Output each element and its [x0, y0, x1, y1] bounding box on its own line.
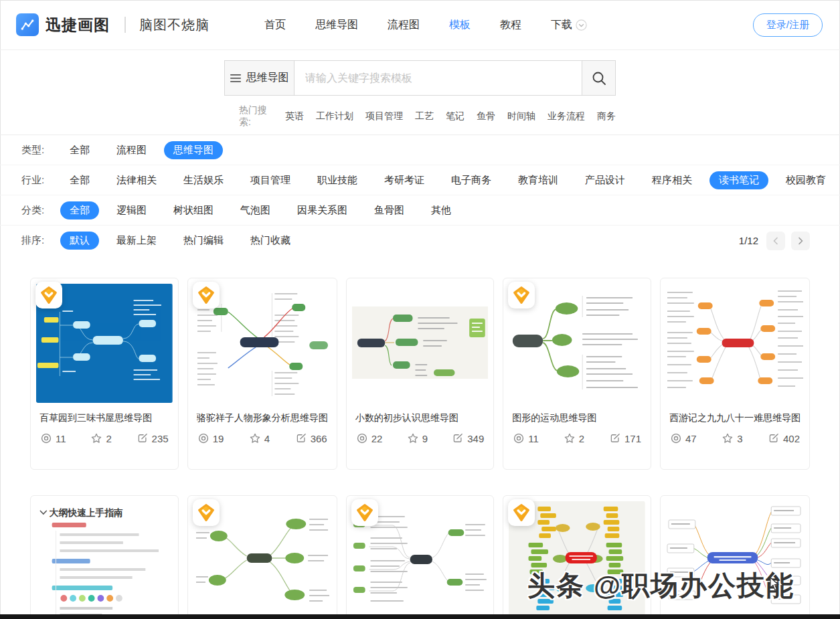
search-category-selector[interactable]: 思维导图 [225, 61, 295, 95]
nav-item[interactable]: 思维导图 [315, 18, 358, 32]
stars-count: 4 [264, 433, 270, 444]
filter-option[interactable]: 流程图 [116, 144, 147, 157]
hot-search-item[interactable]: 商务 [597, 110, 616, 122]
filter-option[interactable]: 默认 [60, 232, 99, 250]
hamburger-icon [230, 74, 241, 83]
hot-search-item[interactable]: 鱼骨 [477, 110, 495, 122]
template-card[interactable]: 骆驼祥子人物形象分析思维导图 19 4 366 [187, 278, 337, 470]
filter-row: 行业: 全部法律相关生活娱乐项目管理职业技能考研考证电子商务教育培训产品设计程序… [0, 165, 840, 195]
nav-item[interactable]: 教程 [500, 18, 521, 32]
views-stat: 22 [356, 432, 383, 444]
template-title[interactable]: 西游记之九九八十一难思维导图 [661, 403, 809, 424]
hot-search-item[interactable]: 时间轴 [507, 110, 535, 122]
template-card[interactable]: 图形的运动思维导图 11 2 171 [503, 278, 651, 470]
nav-item[interactable]: 下载 [551, 18, 587, 32]
logo-chart-icon [16, 13, 39, 36]
filter-option[interactable]: 校园教育 [786, 174, 826, 187]
star-icon [249, 432, 261, 444]
template-card[interactable] [346, 495, 495, 619]
hot-search-item[interactable]: 工艺 [415, 110, 434, 122]
edit-icon [609, 432, 621, 444]
vip-gem-icon [512, 286, 531, 304]
template-stats: 47 3 402 [661, 424, 809, 444]
filter-option[interactable]: 全部 [70, 144, 90, 157]
vip-badge [351, 499, 378, 526]
hot-search-item[interactable]: 项目管理 [365, 110, 403, 122]
filter-option[interactable]: 程序相关 [652, 174, 692, 187]
hot-search-label: 热门搜索: [239, 104, 268, 128]
template-title[interactable]: 百草园到三味书屋思维导图 [31, 403, 178, 424]
views-icon [356, 432, 368, 444]
template-card[interactable]: 大纲快速上手指南 [30, 495, 179, 619]
chevron-right-icon [796, 236, 805, 246]
filter-option[interactable]: 其他 [431, 204, 451, 217]
filter-option[interactable]: 电子商务 [451, 174, 491, 187]
filter-option[interactable]: 法律相关 [116, 174, 157, 187]
next-page-button[interactable] [791, 232, 810, 250]
filter-option[interactable]: 读书笔记 [709, 171, 768, 189]
template-card[interactable]: 小数的初步认识思维导图 22 9 349 [346, 278, 495, 470]
hot-search-item[interactable]: 英语 [285, 110, 304, 122]
filter-option[interactable]: 鱼骨图 [374, 204, 404, 217]
star-icon [90, 432, 102, 444]
filter-option[interactable]: 思维导图 [164, 141, 223, 159]
nav-item[interactable]: 流程图 [388, 18, 420, 32]
filter-row-label: 类型: [21, 144, 70, 157]
template-title[interactable]: 小数的初步认识思维导图 [347, 403, 494, 424]
search-section: 思维导图 热门搜索: 英语工作计划项目管理工艺笔记鱼骨时间轴业务流程商务 [224, 60, 616, 128]
hot-search-item[interactable]: 笔记 [446, 110, 465, 122]
nav-item[interactable]: 模板 [449, 18, 471, 32]
filter-option[interactable]: 因果关系图 [297, 204, 347, 217]
views-count: 11 [528, 433, 539, 444]
template-stats: 11 2 171 [503, 424, 651, 444]
edits-stat: 235 [137, 432, 169, 444]
template-card[interactable]: 百草园到三味书屋思维导图 11 2 235 [30, 278, 179, 470]
vip-gem-icon [512, 503, 531, 522]
stars-count: 2 [579, 433, 584, 444]
template-card[interactable] [187, 495, 337, 619]
filter-option[interactable]: 热门编辑 [183, 234, 224, 247]
filter-option[interactable]: 职业技能 [317, 174, 357, 187]
stars-count: 9 [422, 433, 428, 444]
filter-option[interactable]: 生活娱乐 [183, 174, 224, 187]
search-button[interactable] [582, 61, 615, 95]
search-category-label: 思维导图 [246, 71, 289, 85]
template-title[interactable]: 骆驼祥子人物形象分析思维导图 [188, 403, 337, 424]
edits-count: 171 [624, 433, 641, 444]
views-count: 19 [213, 433, 224, 444]
chevron-down-icon [576, 19, 587, 31]
pagination: 1/12 [739, 232, 810, 250]
filter-row: 类型: 全部流程图思维导图 [0, 135, 840, 165]
search-input[interactable] [295, 61, 582, 95]
filter-option[interactable]: 逻辑图 [116, 204, 147, 217]
filter-option[interactable]: 全部 [70, 174, 90, 187]
filter-option[interactable]: 项目管理 [250, 174, 290, 187]
login-register-button[interactable]: 登录/注册 [753, 13, 823, 37]
search-icon [591, 70, 607, 86]
views-count: 22 [371, 433, 383, 444]
filter-option[interactable]: 气泡图 [240, 204, 270, 217]
filter-option[interactable]: 全部 [60, 201, 99, 219]
template-stats: 19 4 366 [188, 424, 337, 444]
edits-stat: 171 [609, 432, 641, 444]
filter-option[interactable]: 热门收藏 [250, 234, 290, 247]
logo-divider [124, 17, 126, 33]
logo[interactable]: 迅捷画图 脑图不烧脑 [16, 13, 209, 36]
edits-stat: 349 [452, 432, 484, 444]
vip-gem-icon [355, 503, 374, 522]
filter-option[interactable]: 产品设计 [585, 174, 625, 187]
template-card[interactable]: 西游记之九九八十一难思维导图 47 3 402 [660, 278, 810, 470]
views-icon [197, 432, 209, 444]
filter-option[interactable]: 树状组图 [173, 204, 214, 217]
hot-search-item[interactable]: 业务流程 [548, 110, 585, 122]
template-thumbnail [352, 284, 489, 403]
prev-page-button[interactable] [766, 232, 785, 250]
filter-option[interactable]: 教育培训 [518, 174, 558, 187]
nav-item[interactable]: 首页 [264, 18, 286, 32]
chevron-left-icon [771, 236, 780, 246]
filter-option[interactable]: 最新上架 [116, 234, 157, 247]
hot-search-item[interactable]: 工作计划 [316, 110, 353, 122]
views-stat: 19 [197, 432, 224, 444]
filter-option[interactable]: 考研考证 [384, 174, 424, 187]
template-title[interactable]: 图形的运动思维导图 [503, 403, 651, 424]
